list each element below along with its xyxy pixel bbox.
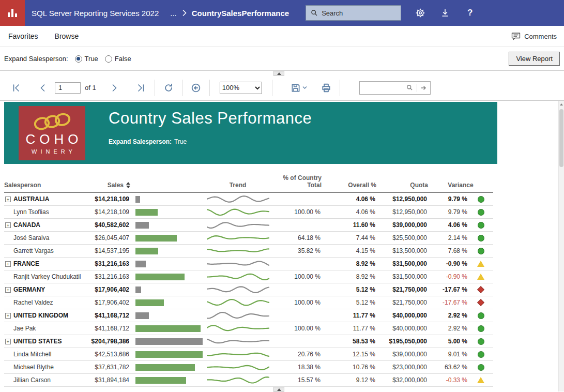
view-report-button[interactable]: View Report: [509, 52, 560, 66]
kpi-indicator: [477, 377, 484, 383]
table-row: Rachel Valdez $17,906,402 100.00 % 5.12 …: [4, 296, 493, 309]
refresh-button[interactable]: [162, 81, 175, 95]
kpi-indicator: [478, 235, 484, 242]
first-page-button[interactable]: [9, 81, 23, 95]
print-button[interactable]: [319, 81, 333, 95]
col-header-trend: Trend: [206, 182, 270, 189]
salesperson-name: Lynn Tsoflias: [13, 208, 49, 216]
scrollbar-thumb[interactable]: [559, 109, 563, 167]
page-number-input[interactable]: [55, 82, 81, 94]
help-button[interactable]: ?: [464, 7, 476, 19]
pct-country-total: 15.57 %: [270, 376, 322, 384]
sales-databar: [135, 261, 146, 267]
table-row: AUSTRALIA $14,218,109 4.06 % $12,950,000…: [4, 193, 493, 206]
zoom-select[interactable]: 100%: [220, 82, 262, 94]
breadcrumb-overflow[interactable]: ...: [170, 9, 177, 18]
page-count-label: of 1: [85, 84, 96, 92]
settings-button[interactable]: [415, 7, 426, 19]
sales-value: $42,513,686: [83, 351, 130, 358]
expand-toggle-icon[interactable]: [5, 197, 11, 202]
quota-value: $40,000,000: [376, 312, 428, 319]
find-next-icon[interactable]: [420, 85, 427, 91]
col-header-salesperson: Salesperson: [4, 182, 83, 189]
previous-page-button[interactable]: [36, 81, 50, 95]
report-viewer-toolbar: of 1 100%: [0, 75, 564, 101]
trend-sparkline: [206, 310, 270, 321]
kpi-indicator: [478, 209, 484, 216]
sales-value: $204,798,386: [83, 338, 130, 345]
rings-icon: [28, 112, 76, 132]
radio-false-icon[interactable]: [105, 55, 112, 63]
trend-sparkline: [206, 336, 270, 347]
back-to-parent-button[interactable]: [189, 81, 203, 95]
sales-value: $31,216,163: [83, 273, 130, 280]
variance-value: 7.68 %: [428, 247, 468, 254]
quota-value: $40,000,000: [376, 325, 428, 332]
radio-option-false[interactable]: False: [105, 55, 131, 63]
salesperson-name: Garrett Vargas: [13, 247, 54, 254]
trend-sparkline: [206, 374, 270, 386]
sales-value: $40,582,602: [83, 221, 130, 229]
sort-icon[interactable]: [126, 182, 130, 189]
variance-value: 9.01 %: [428, 351, 468, 358]
kpi-indicator: [478, 338, 484, 345]
radio-true-icon[interactable]: [75, 55, 82, 63]
kpi-indicator: [478, 196, 484, 203]
sales-value: $14,218,109: [83, 195, 130, 203]
col-header-sales[interactable]: Sales: [83, 182, 130, 189]
search-icon[interactable]: [406, 84, 414, 92]
expand-toggle-icon[interactable]: [5, 287, 11, 293]
sales-value: $37,631,782: [83, 364, 130, 371]
kpi-indicator: [478, 364, 484, 371]
expand-toggle-icon[interactable]: [5, 313, 11, 319]
report-vertical-scrollbar[interactable]: [558, 101, 564, 391]
breadcrumb-current[interactable]: CountrySalesPerformance: [192, 9, 289, 18]
kpi-indicator: [477, 299, 484, 306]
download-button[interactable]: [439, 7, 451, 19]
overall-pct: 12.15 %: [322, 351, 376, 358]
find-in-report-box[interactable]: [359, 81, 431, 95]
quota-value: $31,500,000: [376, 273, 428, 280]
salesperson-name: Ranjit Varkey Chudukatil: [13, 273, 81, 280]
export-button[interactable]: [291, 83, 307, 93]
sales-value: $14,218,109: [83, 208, 130, 216]
expand-toggle-icon[interactable]: [5, 222, 11, 228]
next-page-button[interactable]: [108, 81, 121, 95]
app-title[interactable]: SQL Server Reporting Services 2022: [32, 9, 159, 18]
ssrs-logo[interactable]: [0, 0, 25, 26]
comment-bubble-icon: [511, 32, 521, 40]
trend-sparkline: [206, 361, 270, 373]
parameter-collapse-handle[interactable]: [273, 71, 284, 76]
scroll-up-arrow[interactable]: [559, 101, 564, 108]
trend-sparkline: [206, 297, 270, 308]
collapse-arrow-icon: [277, 72, 281, 75]
pct-country-total: 100.00 %: [270, 299, 322, 306]
sales-databar: [135, 235, 177, 242]
last-page-button[interactable]: [134, 81, 148, 95]
sales-databar: [135, 312, 149, 319]
sales-databar: [135, 209, 158, 216]
separator: [417, 84, 417, 92]
sales-databar: [135, 325, 201, 332]
radio-option-true[interactable]: True: [75, 55, 98, 63]
comments-button[interactable]: Comments: [511, 32, 557, 40]
trend-sparkline: [206, 284, 270, 295]
find-text-input[interactable]: [363, 84, 403, 92]
sales-value: $14,537,195: [83, 247, 130, 254]
quota-value: $25,500,000: [376, 234, 428, 242]
expand-toggle-icon[interactable]: [5, 261, 11, 267]
overall-pct: 8.92 %: [322, 273, 376, 280]
table-row: UNITED KINGDOM $41,168,712 11.77 % $40,0…: [4, 309, 493, 322]
table-row: Lynn Tsoflias $14,218,109 100.00 % 4.06 …: [4, 206, 493, 219]
bottom-collapse-handle[interactable]: [273, 387, 284, 392]
kpi-indicator: [478, 325, 484, 332]
tab-browse[interactable]: Browse: [55, 32, 79, 40]
overall-pct: 5.12 %: [322, 299, 376, 306]
table-row: UNITED STATES $204,798,386 58.53 % $195,…: [4, 335, 493, 348]
tab-favorites[interactable]: Favorites: [8, 32, 38, 40]
portal-search[interactable]: [306, 5, 401, 21]
subtitle-value: True: [174, 138, 187, 145]
sales-databar: [135, 299, 164, 306]
portal-search-input[interactable]: [322, 9, 397, 17]
expand-toggle-icon[interactable]: [5, 339, 11, 344]
